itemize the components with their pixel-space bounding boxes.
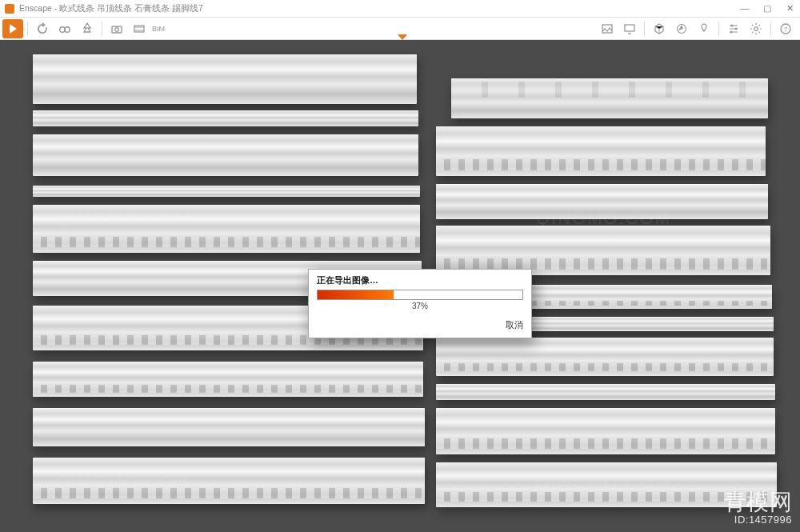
window-title: Enscape - 欧式线条 吊顶线条 石膏线条 踢脚线7 — [19, 3, 739, 14]
file-title: 欧式线条 吊顶线条 石膏线条 踢脚线7 — [59, 3, 203, 13]
toolbar-separator — [27, 22, 28, 36]
monitor-button[interactable] — [619, 18, 640, 39]
svg-point-3 — [115, 27, 119, 31]
toolbar: BIM ? — [0, 18, 800, 40]
molding-sample — [33, 362, 423, 397]
app-name: Enscape — [19, 3, 52, 13]
progress-wrap: 37% — [309, 290, 531, 317]
cube-icon — [653, 22, 666, 35]
window-controls: — ▢ ✕ — [739, 3, 795, 14]
gear-icon — [750, 22, 762, 35]
svg-rect-4 — [134, 26, 144, 32]
molding-sample — [33, 134, 418, 176]
app-logo-icon — [5, 4, 14, 14]
svg-point-8 — [731, 24, 734, 26]
start-render-button[interactable] — [2, 19, 23, 38]
camera-icon — [110, 22, 123, 35]
watermark: 青模网 ID:1457996 — [724, 491, 793, 526]
titlebar: Enscape - 欧式线条 吊顶线条 石膏线条 踢脚线7 — ▢ ✕ — [0, 0, 800, 18]
refresh-icon — [36, 22, 49, 35]
molding-sample — [436, 408, 775, 454]
compass-icon — [675, 22, 688, 35]
render-viewport[interactable]: QINGMO.COM QINGMO.COM QINGMO.COM QINGMO.… — [0, 40, 800, 532]
svg-text:?: ? — [784, 26, 788, 33]
svg-point-11 — [754, 26, 758, 30]
molding-sample — [33, 110, 418, 126]
molding-sample — [33, 54, 417, 104]
bim-label: BIM — [152, 25, 165, 33]
help-button[interactable]: ? — [775, 18, 796, 39]
toolbar-left: BIM — [0, 18, 165, 39]
tool-b-button[interactable] — [694, 18, 714, 39]
picture-icon — [601, 22, 614, 35]
dialog-actions: 取消 — [309, 317, 531, 338]
molding-sample — [436, 126, 766, 176]
monitor-icon — [623, 22, 636, 35]
progress-percent: 37% — [317, 300, 523, 315]
molding-sample — [436, 384, 775, 400]
maximize-button[interactable]: ▢ — [762, 3, 773, 14]
settings-button[interactable] — [746, 18, 766, 39]
help-icon: ? — [779, 22, 792, 35]
molding-sample — [436, 338, 774, 376]
svg-rect-6 — [625, 25, 634, 31]
toolbar-separator — [102, 22, 102, 36]
molding-sample — [33, 458, 425, 504]
pin-icon — [698, 22, 710, 35]
play-icon — [6, 22, 19, 35]
film-icon — [133, 22, 146, 35]
progress-fill — [318, 290, 394, 299]
sliders-icon — [727, 22, 740, 35]
progress-bar — [317, 290, 523, 300]
minimize-button[interactable]: — — [739, 3, 750, 14]
toolbar-indicator-icon — [398, 34, 407, 40]
molding-sample — [33, 408, 425, 446]
export-dialog: 正在导出图像… 37% 取消 — [308, 269, 532, 338]
molding-sample — [436, 184, 768, 219]
screenshot-button[interactable] — [106, 18, 127, 39]
molding-sample — [436, 226, 770, 275]
tree-icon — [81, 22, 94, 35]
box-button[interactable] — [649, 18, 670, 39]
binoculars-icon — [58, 22, 71, 35]
views-button[interactable] — [54, 18, 75, 39]
toolbar-separator — [644, 22, 645, 36]
tool-a-button[interactable] — [671, 18, 692, 39]
molding-sample — [451, 78, 768, 118]
svg-point-9 — [735, 27, 738, 30]
watermark-id: ID:1457996 — [724, 514, 793, 526]
toolbar-separator — [718, 22, 719, 36]
title-sep: - — [52, 3, 59, 13]
live-update-button[interactable] — [32, 18, 53, 39]
close-button[interactable]: ✕ — [784, 3, 795, 14]
molding-sample — [33, 186, 420, 197]
toolbar-separator — [770, 22, 771, 36]
video-button[interactable] — [129, 18, 150, 39]
watermark-brand: 青模网 — [724, 491, 793, 514]
asset-lib-button[interactable] — [77, 18, 98, 39]
molding-sample — [33, 205, 420, 253]
toolbar-right: ? — [596, 18, 800, 39]
image-settings-button[interactable] — [597, 18, 618, 39]
svg-point-10 — [730, 30, 733, 33]
dialog-title: 正在导出图像… — [309, 270, 531, 290]
sliders-button[interactable] — [723, 18, 744, 39]
cancel-button[interactable]: 取消 — [506, 320, 523, 331]
